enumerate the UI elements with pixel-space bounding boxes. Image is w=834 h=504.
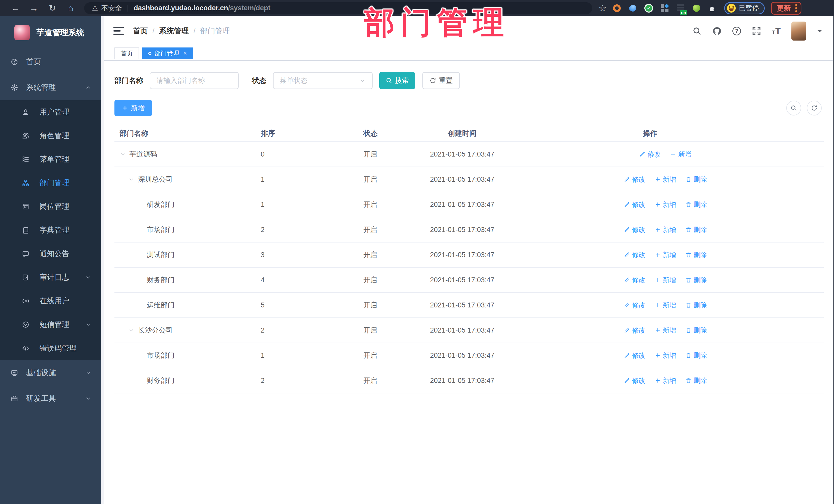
sort-cell: 2: [256, 377, 358, 385]
edit-link[interactable]: 修改: [624, 200, 645, 209]
sidebar-item-notice[interactable]: 通知公告: [0, 242, 101, 266]
blue-drop-extension-icon[interactable]: [628, 4, 637, 13]
delete-link[interactable]: 删除: [685, 276, 707, 285]
sidebar-item-dict-mgmt[interactable]: 字典管理: [0, 218, 101, 242]
plus-icon: [655, 377, 661, 384]
delete-link[interactable]: 删除: [685, 225, 707, 234]
sidebar-item-role-mgmt[interactable]: 角色管理: [0, 124, 101, 148]
add-link[interactable]: 新增: [655, 276, 676, 285]
search-icon[interactable]: [692, 26, 702, 36]
browser-menu-icon[interactable]: [795, 4, 797, 12]
edit-link[interactable]: 修改: [624, 326, 645, 335]
edit-link[interactable]: 修改: [624, 376, 645, 385]
sidebar-item-dept-mgmt[interactable]: 部门管理: [0, 171, 101, 195]
delete-link[interactable]: 删除: [685, 301, 707, 310]
add-button[interactable]: 新增: [114, 100, 152, 116]
breadcrumb-home[interactable]: 首页: [133, 26, 148, 36]
back-icon[interactable]: ←: [6, 0, 25, 16]
add-link[interactable]: 新增: [655, 175, 676, 184]
audit-log-icon: [22, 273, 30, 282]
reload-icon[interactable]: ↻: [43, 0, 62, 16]
add-link[interactable]: 新增: [655, 351, 676, 360]
toggle-search-button[interactable]: [786, 101, 801, 115]
add-link[interactable]: 新增: [655, 225, 676, 234]
github-icon[interactable]: [712, 26, 722, 36]
edit-icon: [624, 302, 630, 308]
sms-icon: [22, 321, 30, 329]
delete-link[interactable]: 删除: [685, 351, 707, 360]
green-check-extension-icon[interactable]: ✓: [644, 4, 653, 13]
forward-icon[interactable]: →: [25, 0, 43, 16]
sidebar-item-dev-tools[interactable]: 研发工具: [0, 386, 101, 411]
expand-chevron-icon[interactable]: [128, 327, 136, 333]
avatar[interactable]: [791, 22, 806, 41]
tab-dept-management[interactable]: 部门管理 ×: [142, 47, 193, 59]
home-icon[interactable]: ⌂: [62, 0, 80, 16]
refresh-button[interactable]: [807, 101, 822, 115]
sidebar-item-online-users[interactable]: 在线用户: [0, 289, 101, 313]
hamburger-icon[interactable]: [113, 27, 124, 35]
edit-link[interactable]: 修改: [624, 301, 645, 310]
edit-link[interactable]: 修改: [639, 150, 661, 159]
tab-home[interactable]: 首页: [114, 47, 139, 59]
help-icon[interactable]: ?: [732, 27, 741, 36]
browser-update-button[interactable]: 更新: [771, 2, 802, 15]
search-button[interactable]: 搜索: [379, 72, 415, 89]
sidebar-item-system-mgmt[interactable]: 系统管理: [0, 75, 101, 100]
sidebar-item-menu-mgmt[interactable]: 菜单管理: [0, 148, 101, 171]
sidebar-item-error-code-mgmt[interactable]: 错误码管理: [0, 336, 101, 360]
delete-link[interactable]: 删除: [685, 200, 707, 209]
edit-link[interactable]: 修改: [624, 175, 645, 184]
dept-name-input[interactable]: 请输入部门名称: [150, 72, 239, 89]
fullscreen-icon[interactable]: [752, 26, 761, 36]
browser-profile-chip[interactable]: 已暂停: [724, 2, 765, 14]
created-time-cell: 2021-01-05 17:03:47: [417, 352, 507, 359]
status-select[interactable]: 菜单状态: [273, 72, 373, 89]
status-cell: 开启: [358, 200, 417, 209]
breadcrumb-system[interactable]: 系统管理: [159, 26, 189, 36]
window-right-edge: [833, 16, 834, 504]
green-leaf-extension-icon[interactable]: [692, 4, 701, 13]
sidebar-item-audit-log[interactable]: 审计日志: [0, 266, 101, 289]
sidebar-item-post-mgmt[interactable]: 岗位管理: [0, 195, 101, 218]
chevron-down-icon: [85, 370, 91, 376]
edit-link[interactable]: 修改: [624, 276, 645, 285]
expand-chevron-icon[interactable]: [119, 151, 127, 157]
sidebar-item-sms-mgmt[interactable]: 短信管理: [0, 313, 101, 336]
table-header-row: 部门名称排序状态创建时间操作: [114, 126, 824, 142]
created-time-cell: 2021-01-05 17:03:47: [417, 226, 507, 234]
bookmark-star-icon[interactable]: ☆: [598, 3, 607, 14]
proxy-on-extension-icon[interactable]: on: [676, 4, 685, 13]
add-link[interactable]: 新增: [655, 200, 676, 209]
sidebar-item-home[interactable]: 首页: [0, 49, 101, 75]
edit-link[interactable]: 修改: [624, 250, 645, 259]
sidebar-item-infrastructure[interactable]: 基础设施: [0, 360, 101, 386]
expand-chevron-icon[interactable]: [128, 176, 136, 182]
edit-link[interactable]: 修改: [624, 351, 645, 360]
edit-link[interactable]: 修改: [624, 225, 645, 234]
add-link[interactable]: 新增: [655, 301, 676, 310]
delete-link[interactable]: 删除: [685, 376, 707, 385]
sidebar-logo-row[interactable]: 芋道管理系统: [0, 16, 101, 49]
dashboard-icon: [10, 58, 19, 66]
add-link[interactable]: 新增: [655, 250, 676, 259]
font-size-icon[interactable]: TT: [772, 26, 781, 36]
url-bar[interactable]: ⚠ 不安全 dashboard.yudao.iocoder.cn/system/…: [84, 2, 592, 14]
created-time-cell: 2021-01-05 17:03:47: [417, 377, 507, 385]
reset-button[interactable]: 重置: [422, 72, 460, 89]
sidebar-menu: 首页系统管理用户管理角色管理菜单管理部门管理岗位管理字典管理通知公告审计日志在线…: [0, 49, 101, 411]
chevron-down-icon: [85, 322, 91, 328]
add-link[interactable]: 新增: [655, 376, 676, 385]
add-link[interactable]: 新增: [670, 150, 692, 159]
sidebar-item-user-mgmt[interactable]: 用户管理: [0, 100, 101, 124]
chevron-down-icon[interactable]: [817, 30, 822, 35]
grid-extension-icon[interactable]: [660, 4, 669, 13]
delete-link[interactable]: 删除: [685, 326, 707, 335]
delete-link[interactable]: 删除: [685, 175, 707, 184]
close-icon[interactable]: ×: [183, 50, 187, 57]
orange-ring-extension-icon[interactable]: [612, 4, 621, 13]
delete-link[interactable]: 删除: [685, 250, 707, 259]
sidebar-scrollbar[interactable]: [101, 16, 104, 504]
add-link[interactable]: 新增: [655, 326, 676, 335]
puzzle-extensions-icon[interactable]: [708, 4, 717, 13]
